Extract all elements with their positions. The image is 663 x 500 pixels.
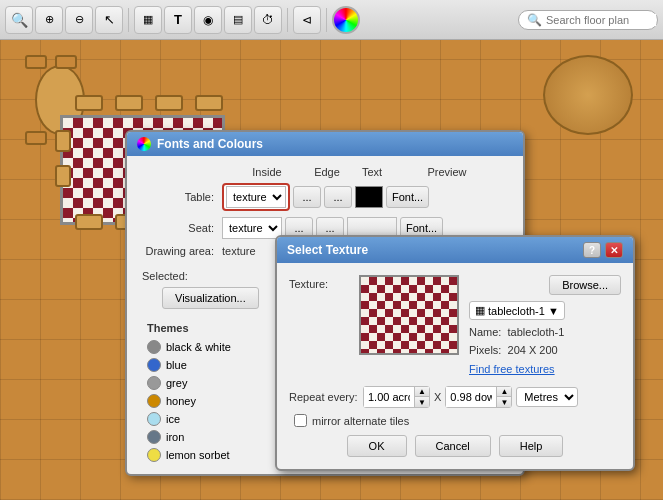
ok-button[interactable]: OK bbox=[347, 435, 407, 457]
column-headers: Inside Edge Text Preview bbox=[227, 166, 513, 178]
repeat-row: Repeat every: 1.00 across ▲ ▼ X 0.98 dow… bbox=[289, 386, 621, 408]
pixels-value: 204 X 200 bbox=[508, 344, 558, 356]
texture-preview bbox=[359, 275, 459, 355]
zoom-out-button[interactable]: ⊖ bbox=[65, 6, 93, 34]
theme-label-lemon-sorbet: lemon sorbet bbox=[166, 449, 230, 461]
texture-close-btn[interactable]: ✕ bbox=[605, 242, 623, 258]
table-row-controls: Table: texture color ... ... Font... bbox=[137, 183, 513, 211]
drawing-area-value: texture bbox=[222, 245, 256, 257]
repeat-across-spinner[interactable]: 1.00 across ▲ ▼ bbox=[363, 386, 430, 408]
grid-button[interactable]: ▦ bbox=[134, 6, 162, 34]
separator-1 bbox=[128, 8, 129, 32]
theme-label-honey: honey bbox=[166, 395, 196, 407]
texture-dialog-title: Select Texture bbox=[287, 243, 368, 257]
units-select[interactable]: Metres Feet bbox=[516, 387, 578, 407]
col-text-label: Text bbox=[347, 166, 397, 178]
timer-button[interactable]: ⏱ bbox=[254, 6, 282, 34]
repeat-down-input[interactable]: 0.98 down bbox=[446, 387, 496, 407]
mirror-checkbox[interactable] bbox=[294, 414, 307, 427]
theme-label-blue: blue bbox=[166, 359, 187, 371]
zoom-in-button[interactable]: 🔍 bbox=[5, 6, 33, 34]
separator-3 bbox=[326, 8, 327, 32]
search-input[interactable] bbox=[546, 14, 656, 26]
pixels-label: Pixels: bbox=[469, 344, 501, 356]
texture-name-row: ▦ tablecloth-1 ▼ bbox=[469, 301, 621, 320]
texture-help-btn[interactable]: ? bbox=[583, 242, 601, 258]
theme-label-grey: grey bbox=[166, 377, 187, 389]
browse-button[interactable]: Browse... bbox=[549, 275, 621, 295]
repeat-section: Repeat every: 1.00 across ▲ ▼ X 0.98 dow… bbox=[289, 386, 621, 408]
spinner-up-btn[interactable]: ▲ bbox=[415, 387, 429, 397]
name-value: tablecloth-1 bbox=[508, 326, 565, 338]
down-spinner-up-btn[interactable]: ▲ bbox=[497, 387, 511, 397]
help-button[interactable]: Help bbox=[499, 435, 564, 457]
text-button[interactable]: T bbox=[164, 6, 192, 34]
name-label: Name: bbox=[469, 326, 501, 338]
texture-name-info: Name: tablecloth-1 bbox=[469, 326, 621, 338]
nav-button[interactable]: ⊲ bbox=[293, 6, 321, 34]
table-row-label: Table: bbox=[137, 191, 222, 203]
x-label: X bbox=[434, 391, 441, 403]
col-inside-label: Inside bbox=[227, 166, 307, 178]
texture-right-controls: Browse... ▦ tablecloth-1 ▼ Name: tablecl… bbox=[469, 275, 621, 376]
texture-name-select[interactable]: ▦ tablecloth-1 ▼ bbox=[469, 301, 565, 320]
texture-dialog-buttons: OK Cancel Help bbox=[289, 435, 621, 457]
seat-row-label: Seat: bbox=[137, 222, 222, 234]
table-inside-select[interactable]: texture color bbox=[226, 186, 286, 208]
shape-button[interactable]: ◉ bbox=[194, 6, 222, 34]
drawing-area-controls: texture bbox=[222, 245, 256, 257]
theme-label-black-&-white: black & white bbox=[166, 341, 231, 353]
mirror-row: mirror alternate tiles bbox=[294, 414, 621, 427]
spinner-down-btn[interactable]: ▼ bbox=[415, 397, 429, 407]
cancel-button[interactable]: Cancel bbox=[415, 435, 491, 457]
table-edge-btn[interactable]: ... bbox=[324, 186, 352, 208]
table-row-inside-controls: texture color ... ... Font... bbox=[222, 183, 429, 211]
table-font-btn[interactable]: Font... bbox=[386, 186, 429, 208]
theme-icon-ice bbox=[147, 412, 161, 426]
fonts-dialog-icon bbox=[137, 137, 151, 151]
texture-main-row: Texture: Browse... ▦ tablecloth-1 ▼ Name… bbox=[289, 275, 621, 376]
table-scene-right bbox=[543, 55, 633, 135]
visualization-button[interactable]: Visualization... bbox=[162, 287, 259, 309]
search-box: 🔍 bbox=[518, 10, 658, 30]
drawing-area-label: Drawing area: bbox=[137, 245, 222, 257]
texture-title-controls: ? ✕ bbox=[583, 242, 623, 258]
texture-label: Texture: bbox=[289, 275, 349, 290]
texture-name-value: tablecloth-1 bbox=[488, 305, 545, 317]
theme-icon-grey bbox=[147, 376, 161, 390]
table-inside-select-wrapper[interactable]: texture color bbox=[222, 183, 290, 211]
texture-dropdown-arrow: ▼ bbox=[548, 305, 559, 317]
find-textures-link[interactable]: Find free textures bbox=[469, 363, 555, 375]
mirror-label: mirror alternate tiles bbox=[312, 415, 409, 427]
table-inside-btn[interactable]: ... bbox=[293, 186, 321, 208]
theme-icon-iron bbox=[147, 430, 161, 444]
theme-label-ice: ice bbox=[166, 413, 180, 425]
texture-select-icon: ▦ bbox=[475, 304, 485, 317]
find-textures-row: Find free textures bbox=[469, 362, 621, 376]
layout-button[interactable]: ▤ bbox=[224, 6, 252, 34]
theme-label-iron: iron bbox=[166, 431, 184, 443]
col-preview-label: Preview bbox=[417, 166, 477, 178]
down-spinner-buttons: ▲ ▼ bbox=[496, 387, 511, 407]
theme-icon-honey bbox=[147, 394, 161, 408]
texture-dialog-titlebar[interactable]: Select Texture ? ✕ bbox=[277, 237, 633, 263]
theme-icon-black-&-white bbox=[147, 340, 161, 354]
down-spinner-down-btn[interactable]: ▼ bbox=[497, 397, 511, 407]
repeat-down-spinner[interactable]: 0.98 down ▲ ▼ bbox=[445, 386, 512, 408]
repeat-label: Repeat every: bbox=[289, 391, 359, 403]
search-icon: 🔍 bbox=[527, 13, 542, 27]
fonts-dialog-title: Fonts and Colours bbox=[157, 137, 263, 151]
zoom-in-plus-button[interactable]: ⊕ bbox=[35, 6, 63, 34]
spinner-buttons: ▲ ▼ bbox=[414, 387, 429, 407]
fonts-dialog-titlebar[interactable]: Fonts and Colours bbox=[127, 132, 523, 156]
repeat-across-input[interactable]: 1.00 across bbox=[364, 387, 414, 407]
theme-icon-lemon-sorbet bbox=[147, 448, 161, 462]
seat-inside-select[interactable]: texture color bbox=[222, 217, 282, 239]
texture-pixels-info: Pixels: 204 X 200 bbox=[469, 344, 621, 356]
texture-content: Texture: Browse... ▦ tablecloth-1 ▼ Name… bbox=[277, 263, 633, 469]
pointer-button[interactable]: ↖ bbox=[95, 6, 123, 34]
separator-2 bbox=[287, 8, 288, 32]
toolbar: 🔍 ⊕ ⊖ ↖ ▦ T ◉ ▤ ⏱ ⊲ 🔍 bbox=[0, 0, 663, 40]
theme-icon-blue bbox=[147, 358, 161, 372]
color-wheel-button[interactable] bbox=[332, 6, 360, 34]
